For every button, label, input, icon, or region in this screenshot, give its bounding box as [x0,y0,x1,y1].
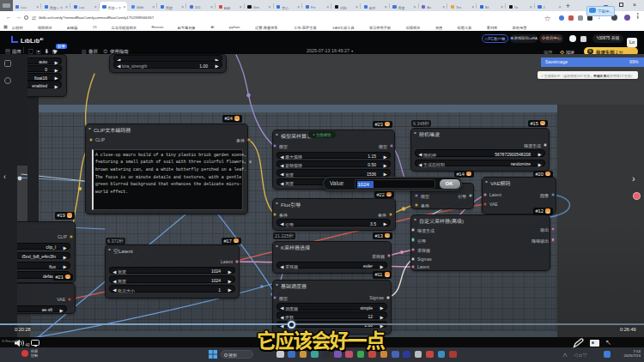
svg-text:40: 40 [26,342,31,347]
